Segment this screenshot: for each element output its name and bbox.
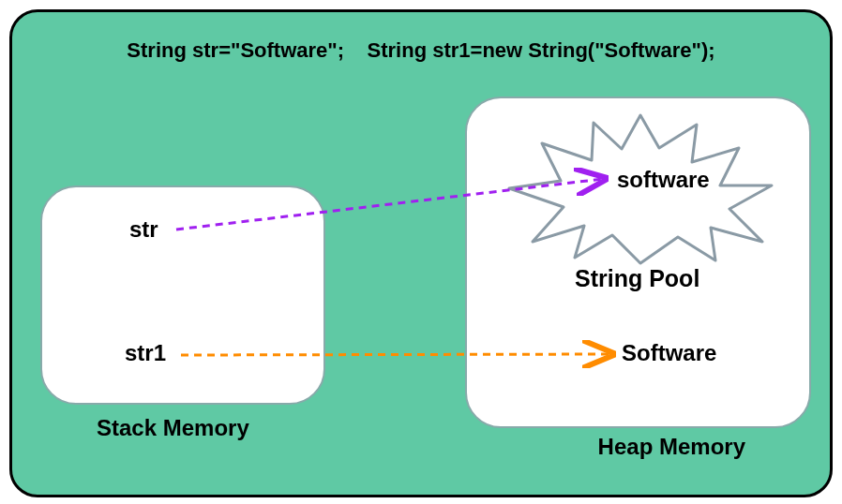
- stack-memory-label: Stack Memory: [97, 415, 249, 441]
- code-declarations: String str="Software"; String str1=new S…: [12, 38, 830, 63]
- string-pool-value: software: [617, 167, 710, 193]
- string-pool-label: String Pool: [575, 265, 699, 292]
- heap-memory-label: Heap Memory: [598, 434, 745, 460]
- heap-object-value: Software: [622, 340, 716, 366]
- code-decl-str1: String str1=new String("Software");: [368, 38, 715, 62]
- stack-memory-box: [40, 185, 325, 405]
- diagram-container: String str="Software"; String str1=new S…: [9, 9, 833, 497]
- stack-var-str1: str1: [125, 340, 166, 366]
- stack-var-str: str: [129, 216, 158, 243]
- code-decl-str: String str="Software";: [127, 38, 344, 62]
